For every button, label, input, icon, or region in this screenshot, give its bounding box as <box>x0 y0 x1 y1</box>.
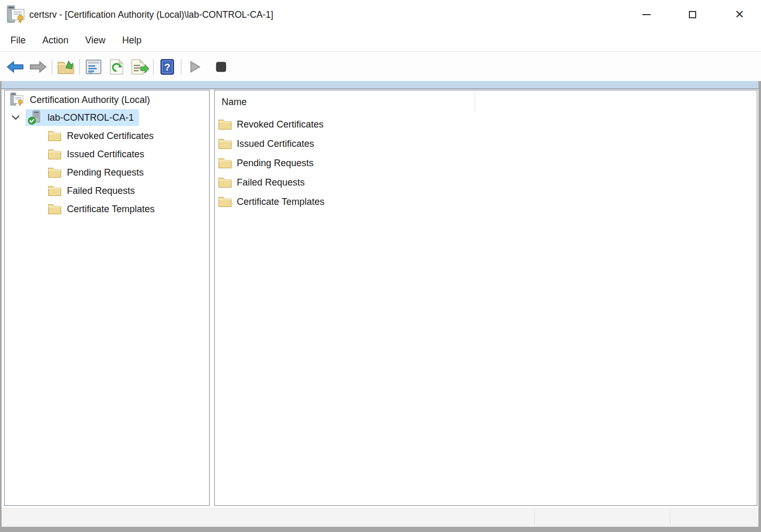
certsrv-window: certsrv - [Certification Authority (Loca… <box>0 0 761 532</box>
list-item-pending-requests[interactable]: Pending Requests <box>218 154 754 172</box>
console-tree-pane[interactable]: Certification Authority (Local) <box>4 90 210 506</box>
tree-item-label: Issued Certificates <box>67 149 144 160</box>
arrow-right-icon <box>29 61 47 73</box>
folder-icon <box>218 177 232 188</box>
tree-item-label: lab-CONTROL-CA-1 <box>48 112 134 123</box>
maximize-button[interactable] <box>681 3 704 26</box>
list-header: Name <box>215 90 757 113</box>
folder-icon <box>218 157 232 169</box>
title-bar[interactable]: certsrv - [Certification Authority (Loca… <box>0 0 761 29</box>
menu-bar: File Action View Help <box>0 29 761 52</box>
folder-up-arrow-icon <box>57 59 75 75</box>
folder-icon <box>48 185 62 196</box>
status-bar <box>2 508 758 527</box>
chevron-down-icon[interactable] <box>11 113 20 122</box>
tree-item-pending-requests[interactable]: Pending Requests <box>5 164 208 181</box>
list-item-label: Failed Requests <box>237 177 305 188</box>
list-item-issued-certificates[interactable]: Issued Certificates <box>218 134 754 153</box>
folder-icon <box>218 119 232 130</box>
column-header-name[interactable]: Name <box>222 90 247 113</box>
tree-item-label: Certificate Templates <box>67 204 155 215</box>
stop-icon <box>215 61 227 73</box>
window-list-icon <box>85 59 102 75</box>
certsrv-app-icon <box>6 5 25 26</box>
ca-server-icon <box>28 110 42 125</box>
tree-item-label: Failed Requests <box>67 186 135 196</box>
toolbar-separator <box>153 59 154 75</box>
help-button[interactable]: ? <box>157 57 177 77</box>
page-refresh-icon <box>109 59 124 75</box>
close-button[interactable]: ✕ <box>728 3 751 26</box>
menu-view[interactable]: View <box>85 35 106 46</box>
show-console-tree-button[interactable] <box>84 57 103 77</box>
folder-icon <box>48 167 62 178</box>
arrow-left-icon <box>6 61 24 73</box>
back-button[interactable] <box>5 57 25 77</box>
tree-item-certificate-templates[interactable]: Certificate Templates <box>5 201 208 217</box>
close-icon: ✕ <box>735 9 744 20</box>
folder-icon <box>48 203 62 215</box>
up-one-level-button[interactable] <box>56 57 76 77</box>
toolbar: ? <box>0 52 761 81</box>
refresh-button[interactable] <box>107 57 126 77</box>
window-bottom-border <box>0 527 761 532</box>
certification-authority-icon <box>5 92 25 108</box>
tree-item-failed-requests[interactable]: Failed Requests <box>5 182 208 199</box>
window-right-border <box>758 81 761 532</box>
tree-item-label: Pending Requests <box>67 167 144 178</box>
pane-header-band <box>2 81 758 89</box>
tree-item-revoked-certificates[interactable]: Revoked Certificates <box>5 128 208 144</box>
statusbar-divider <box>534 511 535 525</box>
results-list-pane[interactable]: Name Revoked Certificates Issued Certifi… <box>214 90 757 506</box>
folder-icon <box>218 138 232 149</box>
tree-item-ca[interactable]: lab-CONTROL-CA-1 <box>5 109 208 126</box>
list-item-revoked-certificates[interactable]: Revoked Certificates <box>218 115 754 134</box>
folder-icon <box>218 196 232 207</box>
tree-item-label: Revoked Certificates <box>67 131 154 142</box>
start-service-button[interactable] <box>185 57 205 77</box>
list-item-label: Issued Certificates <box>237 138 314 149</box>
folder-icon <box>48 130 62 142</box>
forward-button[interactable] <box>28 57 48 77</box>
toolbar-separator <box>52 59 52 75</box>
list-item-certificate-templates[interactable]: Certificate Templates <box>218 192 754 211</box>
help-question-icon: ? <box>160 59 175 75</box>
minimize-button[interactable] <box>635 3 658 26</box>
svg-text:?: ? <box>164 62 170 73</box>
window-left-border <box>0 81 2 532</box>
minimize-icon <box>642 14 651 15</box>
play-icon <box>189 61 201 73</box>
stop-service-button[interactable] <box>211 57 231 77</box>
list-item-label: Certificate Templates <box>237 196 325 207</box>
tree-item-issued-certificates[interactable]: Issued Certificates <box>5 146 208 163</box>
tree-item-label: Certification Authority (Local) <box>30 95 150 106</box>
page-export-arrow-icon <box>130 59 149 75</box>
folder-icon <box>48 148 62 160</box>
list-item-failed-requests[interactable]: Failed Requests <box>218 173 754 192</box>
list-item-label: Revoked Certificates <box>237 119 324 130</box>
column-divider[interactable] <box>475 92 475 112</box>
menu-file[interactable]: File <box>10 35 26 46</box>
toolbar-separator <box>79 59 80 75</box>
menu-action[interactable]: Action <box>42 35 68 46</box>
selected-tree-item[interactable]: lab-CONTROL-CA-1 <box>26 109 139 126</box>
statusbar-divider <box>670 511 671 525</box>
toolbar-separator <box>181 59 181 75</box>
tree-item-certification-authority[interactable]: Certification Authority (Local) <box>5 91 208 108</box>
menu-help[interactable]: Help <box>122 35 142 46</box>
maximize-icon <box>689 11 696 18</box>
list-item-label: Pending Requests <box>237 158 314 169</box>
export-list-button[interactable] <box>130 57 149 77</box>
window-title: certsrv - [Certification Authority (Loca… <box>29 0 273 29</box>
